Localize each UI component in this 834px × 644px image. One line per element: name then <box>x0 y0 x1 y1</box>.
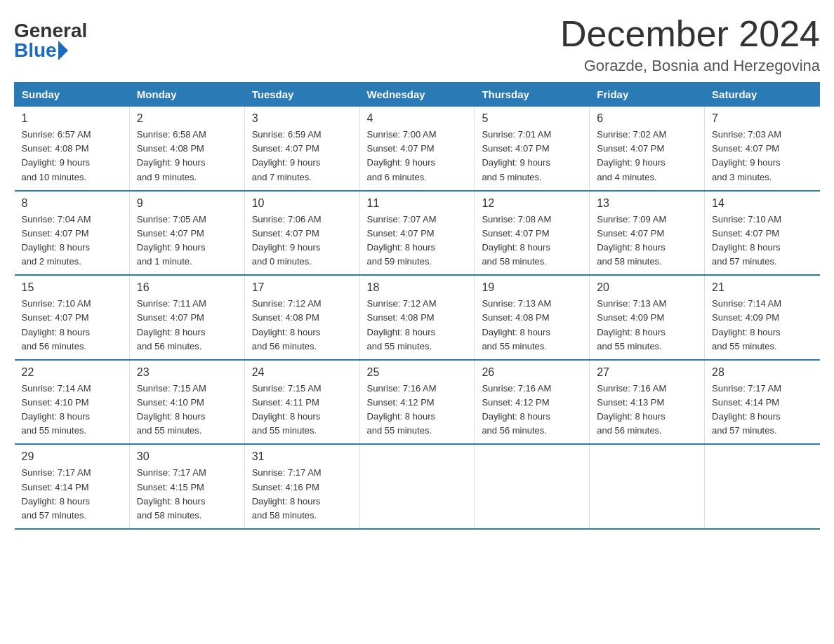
day-info: Sunrise: 7:10 AM Sunset: 4:07 PM Dayligh… <box>712 213 812 269</box>
calendar-table: Sunday Monday Tuesday Wednesday Thursday… <box>14 82 820 530</box>
header-friday: Friday <box>590 83 705 107</box>
calendar-cell: 19 Sunrise: 7:13 AM Sunset: 4:08 PM Dayl… <box>475 275 590 360</box>
day-info: Sunrise: 7:17 AM Sunset: 4:14 PM Dayligh… <box>22 466 122 523</box>
day-number: 2 <box>137 112 237 125</box>
calendar-week-row: 1 Sunrise: 6:57 AM Sunset: 4:08 PM Dayli… <box>15 107 820 191</box>
day-info: Sunrise: 6:57 AM Sunset: 4:08 PM Dayligh… <box>22 128 122 185</box>
day-number: 23 <box>137 366 237 379</box>
calendar-cell: 3 Sunrise: 6:59 AM Sunset: 4:07 PM Dayli… <box>244 107 359 191</box>
day-info: Sunrise: 7:08 AM Sunset: 4:07 PM Dayligh… <box>482 213 582 269</box>
day-info: Sunrise: 7:12 AM Sunset: 4:08 PM Dayligh… <box>367 297 468 354</box>
month-title: December 2024 <box>560 14 820 54</box>
calendar-cell: 20 Sunrise: 7:13 AM Sunset: 4:09 PM Dayl… <box>590 275 705 360</box>
day-info: Sunrise: 7:01 AM Sunset: 4:07 PM Dayligh… <box>482 128 582 185</box>
calendar-cell <box>359 444 475 529</box>
calendar-cell: 9 Sunrise: 7:05 AM Sunset: 4:07 PM Dayli… <box>129 191 244 276</box>
calendar-cell: 31 Sunrise: 7:17 AM Sunset: 4:16 PM Dayl… <box>244 444 359 529</box>
day-info: Sunrise: 7:15 AM Sunset: 4:11 PM Dayligh… <box>252 382 352 438</box>
page-header: General Blue December 2024 Gorazde, Bosn… <box>14 14 820 75</box>
day-info: Sunrise: 7:02 AM Sunset: 4:07 PM Dayligh… <box>597 128 697 185</box>
day-number: 17 <box>252 281 352 294</box>
day-info: Sunrise: 7:07 AM Sunset: 4:07 PM Dayligh… <box>367 213 468 269</box>
calendar-cell: 7 Sunrise: 7:03 AM Sunset: 4:07 PM Dayli… <box>705 107 820 191</box>
header-sunday: Sunday <box>15 83 130 107</box>
calendar-cell: 17 Sunrise: 7:12 AM Sunset: 4:08 PM Dayl… <box>244 275 359 360</box>
calendar-cell: 15 Sunrise: 7:10 AM Sunset: 4:07 PM Dayl… <box>15 275 130 360</box>
header-tuesday: Tuesday <box>244 83 359 107</box>
day-number: 20 <box>597 281 697 294</box>
calendar-cell: 24 Sunrise: 7:15 AM Sunset: 4:11 PM Dayl… <box>244 360 359 445</box>
logo-triangle-icon <box>58 41 68 60</box>
day-info: Sunrise: 7:10 AM Sunset: 4:07 PM Dayligh… <box>22 297 122 354</box>
day-number: 16 <box>137 281 237 294</box>
calendar-week-row: 8 Sunrise: 7:04 AM Sunset: 4:07 PM Dayli… <box>15 191 820 276</box>
header-wednesday: Wednesday <box>359 83 475 107</box>
day-number: 1 <box>22 112 122 125</box>
calendar-cell: 6 Sunrise: 7:02 AM Sunset: 4:07 PM Dayli… <box>590 107 705 191</box>
logo-general-text: General <box>14 21 87 41</box>
day-number: 11 <box>367 197 468 210</box>
calendar-cell: 8 Sunrise: 7:04 AM Sunset: 4:07 PM Dayli… <box>15 191 130 276</box>
day-number: 27 <box>597 366 697 379</box>
day-info: Sunrise: 6:59 AM Sunset: 4:07 PM Dayligh… <box>252 128 352 185</box>
calendar-cell: 4 Sunrise: 7:00 AM Sunset: 4:07 PM Dayli… <box>359 107 475 191</box>
day-number: 10 <box>252 197 352 210</box>
day-number: 14 <box>712 197 812 210</box>
calendar-cell: 28 Sunrise: 7:17 AM Sunset: 4:14 PM Dayl… <box>705 360 820 445</box>
day-number: 24 <box>252 366 352 379</box>
day-info: Sunrise: 7:15 AM Sunset: 4:10 PM Dayligh… <box>137 382 237 438</box>
logo: General Blue <box>14 21 87 60</box>
calendar-cell: 12 Sunrise: 7:08 AM Sunset: 4:07 PM Dayl… <box>475 191 590 276</box>
calendar-cell: 1 Sunrise: 6:57 AM Sunset: 4:08 PM Dayli… <box>15 107 130 191</box>
calendar-cell: 21 Sunrise: 7:14 AM Sunset: 4:09 PM Dayl… <box>705 275 820 360</box>
day-info: Sunrise: 7:14 AM Sunset: 4:09 PM Dayligh… <box>712 297 812 354</box>
calendar-cell <box>590 444 705 529</box>
calendar-week-row: 15 Sunrise: 7:10 AM Sunset: 4:07 PM Dayl… <box>15 275 820 360</box>
day-number: 15 <box>22 281 122 294</box>
day-info: Sunrise: 7:14 AM Sunset: 4:10 PM Dayligh… <box>22 382 122 438</box>
calendar-cell: 5 Sunrise: 7:01 AM Sunset: 4:07 PM Dayli… <box>475 107 590 191</box>
day-number: 21 <box>712 281 812 294</box>
location-subtitle: Gorazde, Bosnia and Herzegovina <box>560 57 820 75</box>
calendar-cell: 25 Sunrise: 7:16 AM Sunset: 4:12 PM Dayl… <box>359 360 475 445</box>
calendar-cell <box>705 444 820 529</box>
calendar-cell: 23 Sunrise: 7:15 AM Sunset: 4:10 PM Dayl… <box>129 360 244 445</box>
day-info: Sunrise: 7:17 AM Sunset: 4:14 PM Dayligh… <box>712 382 812 438</box>
day-number: 6 <box>597 112 697 125</box>
day-info: Sunrise: 7:00 AM Sunset: 4:07 PM Dayligh… <box>367 128 468 185</box>
header-saturday: Saturday <box>705 83 820 107</box>
day-number: 3 <box>252 112 352 125</box>
weekday-header-row: Sunday Monday Tuesday Wednesday Thursday… <box>15 83 820 107</box>
title-block: December 2024 Gorazde, Bosnia and Herzeg… <box>560 14 820 75</box>
day-number: 19 <box>482 281 582 294</box>
day-number: 31 <box>252 450 352 463</box>
calendar-cell: 10 Sunrise: 7:06 AM Sunset: 4:07 PM Dayl… <box>244 191 359 276</box>
calendar-cell: 14 Sunrise: 7:10 AM Sunset: 4:07 PM Dayl… <box>705 191 820 276</box>
calendar-cell: 13 Sunrise: 7:09 AM Sunset: 4:07 PM Dayl… <box>590 191 705 276</box>
calendar-cell: 27 Sunrise: 7:16 AM Sunset: 4:13 PM Dayl… <box>590 360 705 445</box>
day-number: 22 <box>22 366 122 379</box>
day-info: Sunrise: 7:13 AM Sunset: 4:08 PM Dayligh… <box>482 297 582 354</box>
day-info: Sunrise: 7:09 AM Sunset: 4:07 PM Dayligh… <box>597 213 697 269</box>
logo-blue-text: Blue <box>14 41 68 60</box>
calendar-cell: 11 Sunrise: 7:07 AM Sunset: 4:07 PM Dayl… <box>359 191 475 276</box>
day-number: 5 <box>482 112 582 125</box>
header-monday: Monday <box>129 83 244 107</box>
day-info: Sunrise: 7:05 AM Sunset: 4:07 PM Dayligh… <box>137 213 237 269</box>
day-number: 13 <box>597 197 697 210</box>
day-info: Sunrise: 7:12 AM Sunset: 4:08 PM Dayligh… <box>252 297 352 354</box>
day-info: Sunrise: 7:16 AM Sunset: 4:12 PM Dayligh… <box>367 382 468 438</box>
day-number: 26 <box>482 366 582 379</box>
calendar-cell: 22 Sunrise: 7:14 AM Sunset: 4:10 PM Dayl… <box>15 360 130 445</box>
day-number: 29 <box>22 450 122 463</box>
day-info: Sunrise: 7:03 AM Sunset: 4:07 PM Dayligh… <box>712 128 812 185</box>
day-number: 28 <box>712 366 812 379</box>
calendar-week-row: 22 Sunrise: 7:14 AM Sunset: 4:10 PM Dayl… <box>15 360 820 445</box>
day-info: Sunrise: 7:13 AM Sunset: 4:09 PM Dayligh… <box>597 297 697 354</box>
day-number: 30 <box>137 450 237 463</box>
calendar-cell: 26 Sunrise: 7:16 AM Sunset: 4:12 PM Dayl… <box>475 360 590 445</box>
calendar-cell <box>475 444 590 529</box>
day-number: 7 <box>712 112 812 125</box>
calendar-cell: 30 Sunrise: 7:17 AM Sunset: 4:15 PM Dayl… <box>129 444 244 529</box>
day-info: Sunrise: 7:16 AM Sunset: 4:13 PM Dayligh… <box>597 382 697 438</box>
